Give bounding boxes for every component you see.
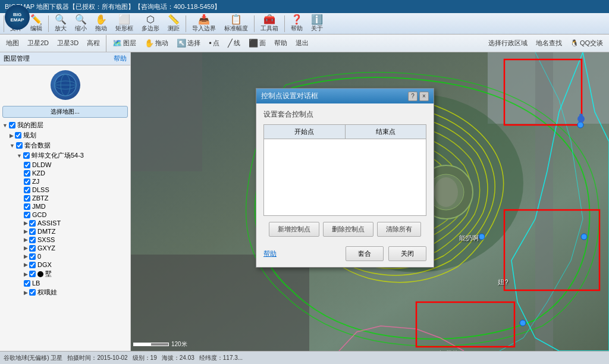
dialog-footer: 帮助 套合 关闭 <box>256 243 434 267</box>
qq-chat[interactable]: 🐧QQ交谈 <box>567 37 607 49</box>
layer-item-shu[interactable]: ▶ 墅 <box>23 269 129 279</box>
title-bar: BIGEMAP 地图下载器【已授权：所有地图】【咨询电话：400-118-545… <box>0 0 609 13</box>
toolbar-separator <box>106 35 106 52</box>
map-area[interactable]: 能扔啊 妞? 妞仔佳 能扔啊 爱冷 能扔啊 控制点设置对话框 ? <box>131 52 609 351</box>
import-boundary-button[interactable]: 📥导入边界 <box>189 14 219 34</box>
main-content: 图层管理 帮助 选择地图... ▼ 我的图层 ▶ <box>0 52 609 351</box>
layer-item-gcd[interactable]: GCD <box>23 211 129 219</box>
fit-button[interactable]: 套合 <box>346 246 384 261</box>
layer-item-zbtz[interactable]: ZBTZ <box>23 194 129 202</box>
status-bar: 谷歌地球(无偏移) 卫星 拍摄时间：2015-10-02 级别：19 海拔：24… <box>0 351 609 364</box>
map-source: 谷歌地球(无偏移) 卫星 <box>4 354 62 362</box>
add-control-point-button[interactable]: 新增控制点 <box>269 222 319 237</box>
exit-tool[interactable]: 退出 <box>292 37 312 49</box>
drag-tool[interactable]: ✋拖动 <box>141 37 172 49</box>
point-tool[interactable]: •点 <box>205 37 223 49</box>
measure-button[interactable]: 📏测距 <box>164 14 183 34</box>
toolbar-separator <box>48 15 49 32</box>
choose-map-button[interactable]: 选择地图... <box>2 106 128 118</box>
layer-item-sxss[interactable]: ▶ SXSS <box>23 236 129 244</box>
map-type-satellite3d[interactable]: 卫星3D <box>54 37 82 49</box>
layer-item-zj[interactable]: ZJ <box>23 177 129 186</box>
pan-button[interactable]: ✋拖动 <box>92 14 111 34</box>
layer-item-dlss[interactable]: DLSS <box>23 186 129 194</box>
select-admin-region[interactable]: 选择行政区域 <box>485 37 531 49</box>
standard-scale-button[interactable]: 📋标准幅度 <box>221 14 252 34</box>
main-toolbar: BIGEMAP 📄文件 ✏️编辑 🔍放大 🔍缩小 ✋拖动 ⬜矩形框 ⬡多边形 📏… <box>0 13 609 34</box>
dialog-table-header: 开始点 结束点 <box>263 124 426 139</box>
zoom-level: 级别：19 <box>133 354 157 362</box>
layer-item-planning[interactable]: ▶ 规划 <box>8 130 129 140</box>
line-tool[interactable]: ╱线 <box>224 37 244 49</box>
sidebar-header: 图层管理 帮助 <box>0 52 130 65</box>
layer-item-assist[interactable]: ▶ ASSIST <box>23 219 129 227</box>
layer-item-dldw[interactable]: DLDW <box>23 161 129 169</box>
globe-icon <box>54 73 77 97</box>
layer-dot-icon <box>37 271 43 277</box>
toolbar-separator <box>4 15 4 32</box>
map-type-elevation[interactable]: 高程 <box>83 37 103 49</box>
polygon-button[interactable]: ⬡多边形 <box>138 14 163 34</box>
map-type-map[interactable]: 地图 <box>2 37 23 49</box>
toolbar-separator <box>186 15 186 32</box>
delete-control-point-button[interactable]: 删除控制点 <box>323 222 373 237</box>
capture-date: 拍摄时间：2015-10-02 <box>67 354 127 362</box>
map-type-satellite2d[interactable]: 卫星2D <box>24 37 52 49</box>
control-point-dialog: 控制点设置对话框 ? × 设置套合控制点 开始点 结束点 新增控制点 <box>256 88 434 268</box>
help-tool[interactable]: 帮助 <box>271 37 291 49</box>
layer-item-kzd[interactable]: KZD <box>23 169 129 177</box>
dialog-overlay: 控制点设置对话框 ? × 设置套合控制点 开始点 结束点 新增控制点 <box>131 52 609 351</box>
layer-item-dmtz[interactable]: ▶ DMTZ <box>23 227 129 236</box>
column-end-point: 结束点 <box>346 125 426 139</box>
layer-item-jmd[interactable]: JMD <box>23 202 129 211</box>
dialog-close-button[interactable]: × <box>419 92 429 101</box>
layer-management-label: 图层管理 <box>4 54 30 63</box>
layer-item-overlay-data[interactable]: ▼ 套合数据 <box>8 140 129 150</box>
dialog-title-buttons: ? × <box>408 92 429 101</box>
place-name-search[interactable]: 地名查找 <box>532 37 566 49</box>
dialog-title: 控制点设置对话框 <box>261 91 318 101</box>
zoom-in-button[interactable]: 🔍放大 <box>51 14 70 34</box>
zoom-out-button[interactable]: 🔍缩小 <box>71 14 90 34</box>
dialog-footer-buttons: 套合 关闭 <box>346 246 426 261</box>
clear-all-button[interactable]: 清除所有 <box>377 222 421 237</box>
secondary-toolbar: 地图 卫星2D 卫星3D 高程 🗺️图层 ✋拖动 ↖️选择 •点 ╱线 ⬛面 帮… <box>0 34 609 52</box>
layer-tool[interactable]: 🗺️图层 <box>109 37 140 49</box>
layer-item-0[interactable]: ▶ 0 <box>23 252 129 261</box>
column-start-point: 开始点 <box>264 125 346 139</box>
dialog-actions: 新增控制点 删除控制点 清除所有 <box>263 222 426 237</box>
layer-item-lb[interactable]: LB <box>23 279 129 287</box>
dialog-content: 设置套合控制点 开始点 结束点 新增控制点 删除控制点 清除所有 <box>256 103 434 243</box>
coordinates: 经纬度：117.3... <box>199 354 243 362</box>
layer-tree: ▼ 我的图层 ▶ 规划 ▼ 套合数据 ▼ 蚌埠文化广场54-3 DLD <box>0 119 130 351</box>
dialog-title-bar: 控制点设置对话框 ? × <box>256 89 434 103</box>
dialog-subtitle: 设置套合控制点 <box>263 109 426 120</box>
sidebar-globe <box>51 70 80 100</box>
select-tool[interactable]: ↖️选择 <box>173 37 204 49</box>
title-text: BIGEMAP 地图下载器【已授权：所有地图】【咨询电话：400-118-545… <box>5 2 221 11</box>
dialog-question-button[interactable]: ? <box>408 92 417 101</box>
close-dialog-button[interactable]: 关闭 <box>388 246 426 261</box>
sidebar: 图层管理 帮助 选择地图... ▼ 我的图层 ▶ <box>0 52 131 351</box>
layer-item-my-layers[interactable]: ▼ 我的图层 <box>1 120 129 130</box>
layer-item-dgx[interactable]: ▶ DGX <box>23 261 129 269</box>
area-tool[interactable]: ⬛面 <box>245 37 269 49</box>
layer-item-cultural-plaza[interactable]: ▼ 蚌埠文化广场54-3 <box>15 150 129 161</box>
layer-item-gxyz[interactable]: ▶ GXYZ <box>23 244 129 252</box>
about-button[interactable]: ℹ️关于 <box>307 14 327 34</box>
sidebar-help-link[interactable]: 帮助 <box>114 54 127 63</box>
rect-select-button[interactable]: ⬜矩形框 <box>112 14 137 34</box>
app-logo: BIGEMAP <box>5 5 30 30</box>
layer-item-quehewa[interactable]: ▶ 权哦娃 <box>23 287 129 297</box>
toolbar-separator <box>254 15 255 32</box>
dialog-help-link[interactable]: 帮助 <box>263 249 277 258</box>
toolbox-button[interactable]: 🧰工具箱 <box>257 14 282 34</box>
toolbar-separator <box>284 15 285 32</box>
help-button[interactable]: ❓帮助 <box>287 14 306 34</box>
altitude: 海拔：24.03 <box>162 354 194 362</box>
dialog-table-body <box>263 139 426 216</box>
globe-container <box>0 65 130 105</box>
